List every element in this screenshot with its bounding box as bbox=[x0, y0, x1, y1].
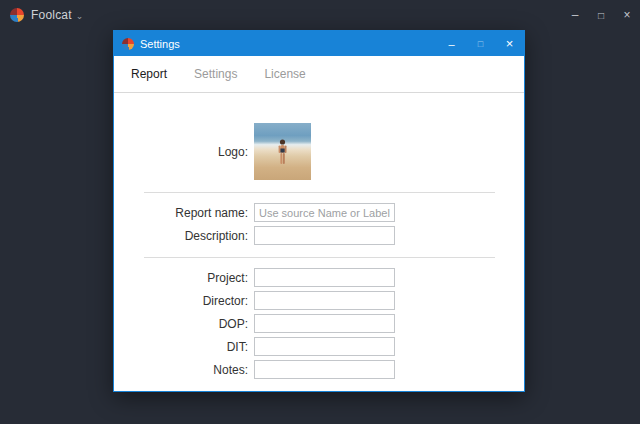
separator bbox=[144, 192, 495, 193]
tab-license[interactable]: License bbox=[264, 67, 305, 81]
maximize-button[interactable]: □ bbox=[588, 0, 614, 30]
chevron-down-icon[interactable]: ⌄ bbox=[76, 11, 84, 21]
tab-report[interactable]: Report bbox=[131, 67, 167, 81]
main-window-controls: – □ × bbox=[562, 0, 640, 30]
description-input[interactable] bbox=[254, 226, 395, 245]
director-label: Director: bbox=[114, 294, 254, 308]
dialog-title: Settings bbox=[140, 38, 180, 50]
dialog-close-button[interactable]: × bbox=[495, 31, 524, 56]
notes-row: Notes: bbox=[114, 360, 524, 379]
dit-row: DIT: bbox=[114, 337, 524, 356]
report-name-input[interactable] bbox=[254, 203, 395, 222]
report-form: Logo: Report name: Description: bbox=[114, 123, 524, 379]
dialog-maximize-button: □ bbox=[466, 31, 495, 56]
foolcat-logo-icon bbox=[122, 38, 134, 50]
dit-input[interactable] bbox=[254, 337, 395, 356]
settings-dialog: Settings – □ × Report Settings License L… bbox=[113, 30, 525, 392]
description-row: Description: bbox=[114, 226, 524, 245]
report-name-row: Report name: bbox=[114, 203, 524, 222]
project-input[interactable] bbox=[254, 268, 395, 287]
dop-row: DOP: bbox=[114, 314, 524, 333]
report-name-label: Report name: bbox=[114, 206, 254, 220]
logo-row: Logo: bbox=[114, 123, 524, 180]
foolcat-logo-icon bbox=[10, 8, 24, 22]
dialog-minimize-button[interactable]: – bbox=[437, 31, 466, 56]
notes-label: Notes: bbox=[114, 363, 254, 377]
director-input[interactable] bbox=[254, 291, 395, 310]
logo-image[interactable] bbox=[254, 123, 311, 180]
tab-settings[interactable]: Settings bbox=[194, 67, 237, 81]
app-title: Foolcat bbox=[31, 8, 72, 22]
dit-label: DIT: bbox=[114, 340, 254, 354]
project-row: Project: bbox=[114, 268, 524, 287]
description-label: Description: bbox=[114, 229, 254, 243]
dialog-window-controls: – □ × bbox=[437, 31, 524, 56]
logo-label: Logo: bbox=[114, 145, 254, 159]
notes-input[interactable] bbox=[254, 360, 395, 379]
dop-input[interactable] bbox=[254, 314, 395, 333]
project-label: Project: bbox=[114, 271, 254, 285]
main-titlebar: Foolcat ⌄ bbox=[0, 0, 640, 30]
director-row: Director: bbox=[114, 291, 524, 310]
minimize-button[interactable]: – bbox=[562, 0, 588, 30]
dialog-titlebar: Settings – □ × bbox=[114, 31, 524, 56]
separator bbox=[144, 257, 495, 258]
person-on-beach-icon bbox=[276, 139, 289, 169]
close-button[interactable]: × bbox=[614, 0, 640, 30]
dop-label: DOP: bbox=[114, 317, 254, 331]
tab-bar: Report Settings License bbox=[114, 56, 524, 93]
